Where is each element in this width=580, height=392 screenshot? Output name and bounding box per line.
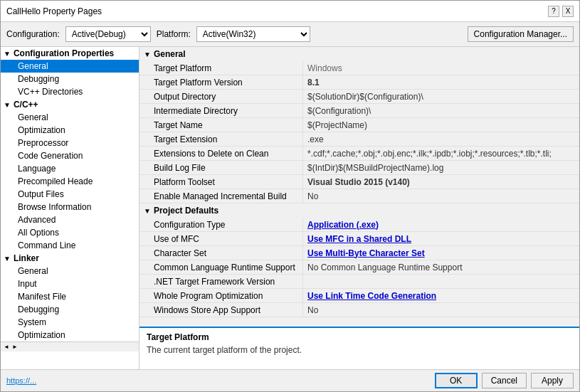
footer-link[interactable]: https://... bbox=[6, 376, 36, 385]
sidebar-group-linker-label: Linker bbox=[14, 253, 39, 263]
prop-target-platform: Target Platform Windows bbox=[139, 61, 579, 75]
prop-name: Target Extension bbox=[139, 132, 303, 146]
expand-arrow-icon: ▼ bbox=[4, 50, 11, 58]
sidebar: ▼ Configuration Properties General Debug… bbox=[1, 47, 139, 369]
prop-name: .NET Target Framework Version bbox=[139, 275, 303, 288]
prop-character-set: Character Set Use Multi-Byte Character S… bbox=[139, 246, 579, 260]
prop-value: Visual Studio 2015 (v140) bbox=[303, 175, 579, 189]
prop-name: Extensions to Delete on Clean bbox=[139, 147, 303, 160]
close-button[interactable]: X bbox=[562, 6, 574, 17]
sidebar-item-linker-input[interactable]: Input bbox=[1, 277, 139, 290]
prop-value: Use MFC in a Shared DLL bbox=[303, 232, 579, 245]
prop-value: *.cdf;*.cache;*.obj;*.obj.enc;*.ilk;*.ip… bbox=[303, 147, 579, 160]
sidebar-item-linker-general[interactable]: General bbox=[1, 265, 139, 277]
right-panel: ▼ General Target Platform Windows Target… bbox=[139, 47, 579, 369]
prop-use-mfc: Use of MFC Use MFC in a Shared DLL bbox=[139, 232, 579, 246]
footer: https://... OK Cancel Apply bbox=[1, 369, 579, 391]
prop-extensions-delete: Extensions to Delete on Clean *.cdf;*.ca… bbox=[139, 147, 579, 161]
prop-value: No bbox=[303, 303, 579, 317]
sidebar-horizontal-scroll[interactable]: ◄ ► bbox=[1, 341, 139, 351]
sidebar-item-vc-directories[interactable]: VC++ Directories bbox=[1, 85, 139, 98]
scroll-right-icon[interactable]: ► bbox=[11, 344, 19, 350]
sidebar-item-linker-optimization[interactable]: Optimization bbox=[1, 329, 139, 341]
sidebar-item-code-generation[interactable]: Code Generation bbox=[1, 149, 139, 162]
info-panel-text: The current target platform of the proje… bbox=[147, 345, 572, 355]
expand-arrow-cpp-icon: ▼ bbox=[4, 101, 11, 109]
prop-net-target: .NET Target Framework Version bbox=[139, 275, 579, 289]
project-defaults-section-header[interactable]: ▼ Project Defaults bbox=[139, 203, 579, 218]
main-content: ▼ Configuration Properties General Debug… bbox=[1, 47, 579, 369]
sidebar-item-precompiled-headers[interactable]: Precompiled Heade bbox=[1, 175, 139, 188]
expand-arrow-linker-icon: ▼ bbox=[4, 255, 11, 263]
project-defaults-title: Project Defaults bbox=[154, 206, 218, 216]
scroll-left-icon[interactable]: ◄ bbox=[2, 344, 11, 350]
prop-value bbox=[303, 275, 579, 288]
config-label: Configuration: bbox=[6, 29, 60, 39]
sidebar-scroll: ▼ Configuration Properties General Debug… bbox=[1, 47, 139, 341]
prop-name: Output Directory bbox=[139, 90, 303, 103]
sidebar-item-output-files[interactable]: Output Files bbox=[1, 188, 139, 201]
prop-value: Use Multi-Byte Character Set bbox=[303, 246, 579, 260]
sidebar-item-cpp-general[interactable]: General bbox=[1, 111, 139, 124]
properties-area: ▼ General Target Platform Windows Target… bbox=[139, 47, 579, 327]
help-button[interactable]: ? bbox=[548, 6, 559, 17]
sidebar-item-system[interactable]: System bbox=[1, 316, 139, 329]
prop-windows-store: Windows Store App Support No bbox=[139, 303, 579, 317]
apply-button[interactable]: Apply bbox=[531, 373, 574, 388]
prop-name: Configuration Type bbox=[139, 218, 303, 231]
sidebar-item-language[interactable]: Language bbox=[1, 162, 139, 175]
prop-name: Character Set bbox=[139, 246, 303, 260]
sidebar-item-general[interactable]: General bbox=[1, 60, 139, 73]
info-panel: Target Platform The current target platf… bbox=[139, 327, 579, 369]
general-section-title: General bbox=[154, 49, 186, 59]
sidebar-group-cpp[interactable]: ▼ C/C++ bbox=[1, 98, 139, 111]
prop-target-ext: Target Extension .exe bbox=[139, 132, 579, 147]
ok-button[interactable]: OK bbox=[435, 373, 478, 388]
config-manager-button[interactable]: Configuration Manager... bbox=[468, 26, 574, 42]
config-dropdown[interactable]: Active(Debug) bbox=[65, 26, 151, 42]
prop-target-name: Target Name $(ProjectName) bbox=[139, 118, 579, 132]
prop-wpo: Whole Program Optimization Use Link Time… bbox=[139, 289, 579, 303]
prop-intermediate-dir: Intermediate Directory $(Configuration)\ bbox=[139, 104, 579, 118]
prop-output-dir: Output Directory $(SolutionDir)$(Configu… bbox=[139, 90, 579, 104]
prop-managed-incremental: Enable Managed Incremental Build No bbox=[139, 189, 579, 203]
platform-label: Platform: bbox=[157, 29, 191, 39]
prop-value: $(SolutionDir)$(Configuration)\ bbox=[303, 90, 579, 103]
prop-name: Build Log File bbox=[139, 161, 303, 174]
sidebar-item-command-line[interactable]: Command Line bbox=[1, 239, 139, 252]
sidebar-group-label: Configuration Properties bbox=[14, 48, 114, 58]
info-panel-title: Target Platform bbox=[147, 332, 572, 342]
sidebar-item-browse-info[interactable]: Browse Information bbox=[1, 201, 139, 213]
sidebar-item-manifest-file[interactable]: Manifest File bbox=[1, 290, 139, 303]
sidebar-item-all-options[interactable]: All Options bbox=[1, 226, 139, 239]
sidebar-item-advanced[interactable]: Advanced bbox=[1, 213, 139, 226]
general-section-header[interactable]: ▼ General bbox=[139, 47, 579, 61]
prop-platform-toolset: Platform Toolset Visual Studio 2015 (v14… bbox=[139, 175, 579, 189]
expand-general-icon: ▼ bbox=[144, 51, 151, 58]
prop-value: Use Link Time Code Generation bbox=[303, 289, 579, 302]
sidebar-group-linker[interactable]: ▼ Linker bbox=[1, 252, 139, 265]
sidebar-item-linker-debugging[interactable]: Debugging bbox=[1, 303, 139, 316]
prop-name: Platform Toolset bbox=[139, 175, 303, 189]
cancel-button[interactable]: Cancel bbox=[482, 373, 527, 388]
prop-name: Use of MFC bbox=[139, 232, 303, 245]
title-controls: ? X bbox=[548, 6, 574, 17]
sidebar-item-preprocessor[interactable]: Preprocessor bbox=[1, 137, 139, 149]
sidebar-group-config-props[interactable]: ▼ Configuration Properties bbox=[1, 47, 139, 60]
prop-value: $(Configuration)\ bbox=[303, 104, 579, 117]
sidebar-item-debugging[interactable]: Debugging bbox=[1, 73, 139, 85]
prop-value: Windows bbox=[303, 61, 579, 75]
sidebar-group-cpp-label: C/C++ bbox=[14, 100, 38, 110]
prop-name: Intermediate Directory bbox=[139, 104, 303, 117]
prop-name: Enable Managed Incremental Build bbox=[139, 189, 303, 203]
sidebar-item-optimization[interactable]: Optimization bbox=[1, 124, 139, 137]
prop-name: Target Name bbox=[139, 118, 303, 132]
platform-dropdown[interactable]: Active(Win32) bbox=[196, 26, 310, 42]
title-bar: CallHello Property Pages ? X bbox=[1, 1, 579, 22]
main-window: CallHello Property Pages ? X Configurati… bbox=[0, 0, 580, 392]
toolbar: Configuration: Active(Debug) Platform: A… bbox=[1, 22, 579, 47]
prop-build-log: Build Log File $(IntDir)$(MSBuildProject… bbox=[139, 161, 579, 175]
prop-name: Target Platform bbox=[139, 61, 303, 75]
prop-value: .exe bbox=[303, 132, 579, 146]
prop-value: No Common Language Runtime Support bbox=[303, 260, 579, 274]
